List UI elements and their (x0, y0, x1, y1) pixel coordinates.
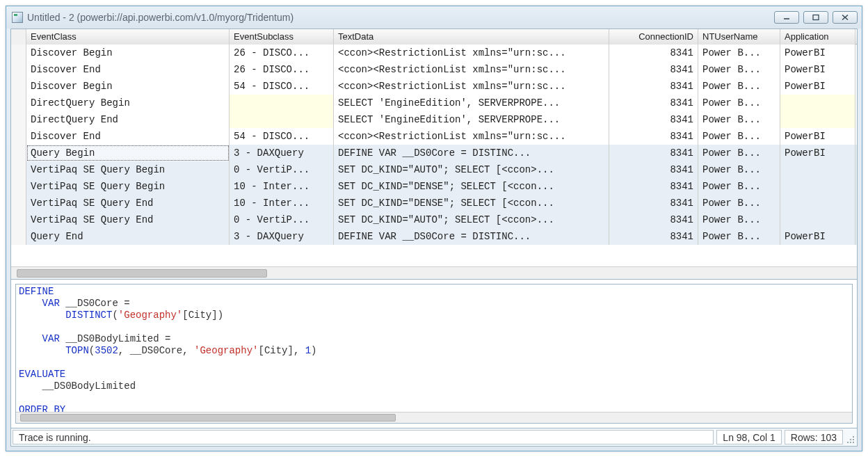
cell-eventsubclass[interactable]: 54 - DISCO... (230, 128, 334, 145)
scrollbar-thumb[interactable] (17, 269, 267, 278)
row-header[interactable] (11, 178, 26, 195)
row-header[interactable] (11, 61, 26, 78)
resize-grip[interactable] (844, 428, 857, 446)
cell-eventclass[interactable]: Discover Begin (26, 45, 230, 61)
cell-ntusername[interactable]: Power B... (698, 61, 780, 78)
titlebar[interactable]: Untitled - 2 (powerbi://api.powerbi.com/… (6, 6, 862, 29)
cell-textdata[interactable]: DEFINE VAR __DS0Core = DISTINC... (334, 145, 609, 161)
cell-ntusername[interactable]: Power B... (698, 111, 780, 128)
textdata-detail-pane[interactable]: DEFINE VAR __DS0Core = DISTINCT('Geograp… (15, 284, 853, 424)
cell-applicationname[interactable] (780, 111, 855, 128)
cell-eventsubclass[interactable]: 10 - Inter... (230, 178, 334, 195)
cell-textdata[interactable]: SET DC_KIND="DENSE"; SELECT [<ccon... (334, 195, 609, 211)
col-eventclass[interactable]: EventClass (26, 29, 230, 45)
cell-applicationname[interactable]: PowerBI (780, 78, 855, 95)
cell-ntusername[interactable]: Power B... (698, 161, 780, 178)
cell-eventclass[interactable]: Query Begin (26, 145, 230, 161)
cell-textdata[interactable]: <ccon><RestrictionList xmlns="urn:sc... (334, 78, 609, 95)
cell-applicationname[interactable]: PowerBI (780, 228, 855, 245)
cell-ntusername[interactable]: Power B... (698, 178, 780, 195)
cell-ntusername[interactable]: Power B... (698, 211, 780, 228)
cell-eventclass[interactable]: VertiPaq SE Query Begin (26, 178, 230, 195)
cell-textdata[interactable]: SET DC_KIND="DENSE"; SELECT [<ccon... (334, 178, 609, 195)
cell-eventsubclass[interactable]: 26 - DISCO... (230, 61, 334, 78)
table-row[interactable]: VertiPaq SE Query End0 - VertiP...SET DC… (11, 211, 857, 228)
col-applicationname[interactable]: Application (780, 29, 855, 45)
cell-applicationname[interactable] (780, 161, 855, 178)
cell-eventclass[interactable]: VertiPaq SE Query Begin (26, 161, 230, 178)
cell-ntusername[interactable]: Power B... (698, 228, 780, 245)
cell-applicationname[interactable]: PowerBI (780, 145, 855, 161)
cell-eventsubclass[interactable]: 26 - DISCO... (230, 45, 334, 61)
cell-applicationname[interactable]: PowerBI (780, 45, 855, 61)
row-header[interactable] (11, 145, 26, 161)
cell-ntusername[interactable]: Power B... (698, 78, 780, 95)
table-row[interactable]: Discover End26 - DISCO...<ccon><Restrict… (11, 61, 857, 78)
cell-textdata[interactable]: <ccon><RestrictionList xmlns="urn:sc... (334, 45, 609, 61)
close-button[interactable] (833, 11, 858, 24)
row-header[interactable] (11, 78, 26, 95)
cell-textdata[interactable]: <ccon><RestrictionList xmlns="urn:sc... (334, 128, 609, 145)
table-row[interactable]: Discover End54 - DISCO...<ccon><Restrict… (11, 128, 857, 145)
detail-horizontal-scrollbar[interactable] (16, 412, 852, 423)
trace-grid[interactable]: EventClass EventSubclass TextData Connec… (11, 29, 857, 280)
row-header[interactable] (11, 161, 26, 178)
cell-applicationname[interactable]: PowerBI (780, 61, 855, 78)
cell-connectionid[interactable]: 8341 (609, 45, 698, 61)
table-row[interactable]: Discover Begin26 - DISCO...<ccon><Restri… (11, 45, 857, 61)
cell-applicationname[interactable] (780, 178, 855, 195)
cell-eventclass[interactable]: Discover End (26, 61, 230, 78)
grid-body[interactable]: Discover Begin26 - DISCO...<ccon><Restri… (11, 45, 857, 245)
cell-connectionid[interactable]: 8341 (609, 111, 698, 128)
cell-connectionid[interactable]: 8341 (609, 95, 698, 111)
row-header[interactable] (11, 111, 26, 128)
table-row[interactable]: VertiPaq SE Query End10 - Inter...SET DC… (11, 195, 857, 211)
cell-applicationname[interactable] (780, 95, 855, 111)
cell-applicationname[interactable] (780, 195, 855, 211)
cell-ntusername[interactable]: Power B... (698, 45, 780, 61)
cell-ntusername[interactable]: Power B... (698, 128, 780, 145)
cell-eventclass[interactable]: Discover Begin (26, 78, 230, 95)
cell-ntusername[interactable]: Power B... (698, 195, 780, 211)
cell-eventsubclass[interactable]: 54 - DISCO... (230, 78, 334, 95)
row-header[interactable] (11, 95, 26, 111)
row-header-corner[interactable] (11, 29, 26, 45)
cell-connectionid[interactable]: 8341 (609, 161, 698, 178)
col-eventsubclass[interactable]: EventSubclass (230, 29, 334, 45)
cell-eventsubclass[interactable]: 0 - VertiP... (230, 211, 334, 228)
cell-textdata[interactable]: DEFINE VAR __DS0Core = DISTINC... (334, 228, 609, 245)
cell-eventclass[interactable]: Query End (26, 228, 230, 245)
minimize-button[interactable] (774, 11, 799, 24)
col-ntusername[interactable]: NTUserName (698, 29, 780, 45)
cell-eventclass[interactable]: Discover End (26, 128, 230, 145)
table-row[interactable]: Query End3 - DAXQueryDEFINE VAR __DS0Cor… (11, 228, 857, 245)
row-header[interactable] (11, 45, 26, 61)
cell-connectionid[interactable]: 8341 (609, 228, 698, 245)
cell-eventclass[interactable]: VertiPaq SE Query End (26, 211, 230, 228)
cell-textdata[interactable]: SELECT 'EngineEdition', SERVERPROPE... (334, 95, 609, 111)
cell-ntusername[interactable]: Power B... (698, 145, 780, 161)
row-header[interactable] (11, 228, 26, 245)
cell-eventsubclass[interactable]: 10 - Inter... (230, 195, 334, 211)
cell-textdata[interactable]: SELECT 'EngineEdition', SERVERPROPE... (334, 111, 609, 128)
table-row[interactable]: DirectQuery Begin SELECT 'EngineEdition'… (11, 95, 857, 111)
cell-connectionid[interactable]: 8341 (609, 211, 698, 228)
cell-eventsubclass[interactable] (230, 111, 334, 128)
cell-textdata[interactable]: SET DC_KIND="AUTO"; SELECT [<ccon>... (334, 161, 609, 178)
cell-textdata[interactable]: SET DC_KIND="AUTO"; SELECT [<ccon>... (334, 211, 609, 228)
col-connectionid[interactable]: ConnectionID (609, 29, 698, 45)
cell-textdata[interactable]: <ccon><RestrictionList xmlns="urn:sc... (334, 61, 609, 78)
cell-connectionid[interactable]: 8341 (609, 61, 698, 78)
table-row[interactable]: DirectQuery End SELECT 'EngineEdition', … (11, 111, 857, 128)
maximize-button[interactable] (803, 11, 828, 24)
cell-applicationname[interactable] (780, 211, 855, 228)
scrollbar-thumb[interactable] (20, 414, 396, 422)
table-row[interactable]: Query Begin3 - DAXQueryDEFINE VAR __DS0C… (11, 145, 857, 161)
cell-eventclass[interactable]: VertiPaq SE Query End (26, 195, 230, 211)
cell-eventsubclass[interactable]: 3 - DAXQuery (230, 145, 334, 161)
cell-connectionid[interactable]: 8341 (609, 195, 698, 211)
grid-horizontal-scrollbar[interactable] (11, 266, 857, 279)
cell-connectionid[interactable]: 8341 (609, 128, 698, 145)
row-header[interactable] (11, 195, 26, 211)
cell-eventsubclass[interactable] (230, 95, 334, 111)
